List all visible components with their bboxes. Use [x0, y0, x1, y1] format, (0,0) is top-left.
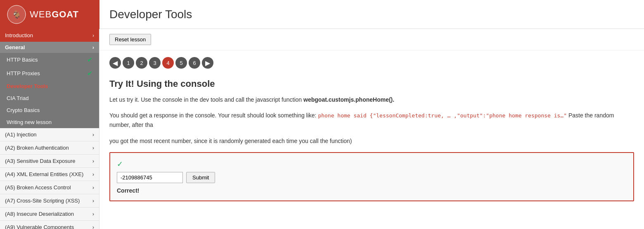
lesson-title: Try It! Using the console [109, 79, 634, 89]
sidebar-item-a9-vulnerable-components[interactable]: (A9) Vulnerable Components › [0, 221, 99, 229]
page-2-button[interactable]: 2 [136, 57, 147, 69]
page-6-button[interactable]: 6 [189, 57, 200, 69]
prev-page-button[interactable]: ◀ [109, 57, 121, 69]
content-area: ◀ 1 2 3 4 5 6 ▶ Try It! Using the consol… [99, 50, 644, 208]
sidebar: Introduction › General › HTTP Basics ✔ H… [0, 29, 99, 229]
lesson-paragraph-2: You should get a response in the console… [109, 111, 634, 129]
webgoat-logo-icon: 🐐 [7, 5, 26, 24]
answer-input[interactable] [117, 172, 183, 183]
sidebar-item-writing-new-lesson[interactable]: Writing new lesson [0, 116, 99, 128]
sidebar-item-cia-triad[interactable]: CIA Triad [0, 92, 99, 104]
sidebar-item-a8-insecure-deserialization[interactable]: (A8) Insecure Deserialization › [0, 208, 99, 221]
lesson-paragraph-3: you got the most recent number, since it… [109, 136, 634, 146]
sidebar-item-a1-injection[interactable]: (A1) Injection › [0, 128, 99, 141]
sidebar-group-general[interactable]: General › [0, 42, 99, 53]
check-icon: ✔ [87, 56, 92, 64]
main-title-bar: Developer Tools [99, 0, 644, 29]
lesson-paragraph-1: Let us try it. Use the console in the de… [109, 95, 634, 104]
sidebar-item-crypto-basics[interactable]: Crypto Basics [0, 104, 99, 116]
sidebar-item-a3-sensitive-data[interactable]: (A3) Sensitive Data Exposure › [0, 155, 99, 168]
chevron-right-icon: › [92, 184, 94, 191]
logo-text: WEBGOAT [30, 9, 79, 20]
logo: 🐐 WEBGOAT [7, 5, 79, 24]
sidebar-item-a5-broken-access[interactable]: (A5) Broken Access Control › [0, 181, 99, 194]
correct-label: Correct! [117, 187, 627, 194]
svg-text:🐐: 🐐 [12, 10, 21, 19]
pagination: ◀ 1 2 3 4 5 6 ▶ [109, 57, 634, 69]
toolbar: Reset lesson [99, 29, 644, 50]
form-row: Submit [117, 172, 627, 183]
sidebar-item-http-proxies[interactable]: HTTP Proxies ✔ [0, 67, 99, 80]
chevron-right-icon: › [92, 33, 94, 38]
chevron-right-icon: › [92, 198, 94, 204]
page-1-button[interactable]: 1 [123, 57, 134, 69]
sidebar-item-a2-broken-auth[interactable]: (A2) Broken Authentication › [0, 141, 99, 155]
reset-lesson-button[interactable]: Reset lesson [109, 34, 151, 45]
chevron-right-icon: › [92, 131, 94, 138]
sidebar-item-http-basics[interactable]: HTTP Basics ✔ [0, 53, 99, 67]
chevron-right-icon: › [92, 158, 94, 164]
next-page-button[interactable]: ▶ [202, 57, 213, 69]
code-sample: phone home said {"lessonCompleted:true, … [318, 112, 567, 119]
submit-button[interactable]: Submit [186, 172, 215, 183]
page-4-button[interactable]: 4 [162, 57, 174, 69]
answer-form: ✓ Submit Correct! [109, 152, 634, 201]
sidebar-item-a7-xss[interactable]: (A7) Cross-Site Scripting (XSS) › [0, 194, 99, 208]
sidebar-section-introduction[interactable]: Introduction › [0, 29, 99, 42]
sidebar-item-developer-tools[interactable]: Developer Tools [0, 80, 99, 92]
header: 🐐 WEBGOAT [0, 0, 99, 29]
chevron-right-icon: › [92, 171, 94, 177]
main-content: Reset lesson ◀ 1 2 3 4 5 6 ▶ Try It! Usi… [99, 29, 644, 229]
page-title: Developer Tools [109, 8, 192, 21]
chevron-right-icon: › [92, 211, 94, 217]
sidebar-item-a4-xxe[interactable]: (A4) XML External Entities (XXE) › [0, 168, 99, 181]
form-checkmark: ✓ [117, 160, 627, 169]
chevron-right-icon: › [92, 44, 94, 50]
chevron-right-icon: › [92, 145, 94, 151]
page-5-button[interactable]: 5 [175, 57, 187, 69]
page-3-button[interactable]: 3 [149, 57, 161, 69]
chevron-right-icon: › [92, 224, 94, 229]
check-icon: ✔ [87, 69, 92, 77]
